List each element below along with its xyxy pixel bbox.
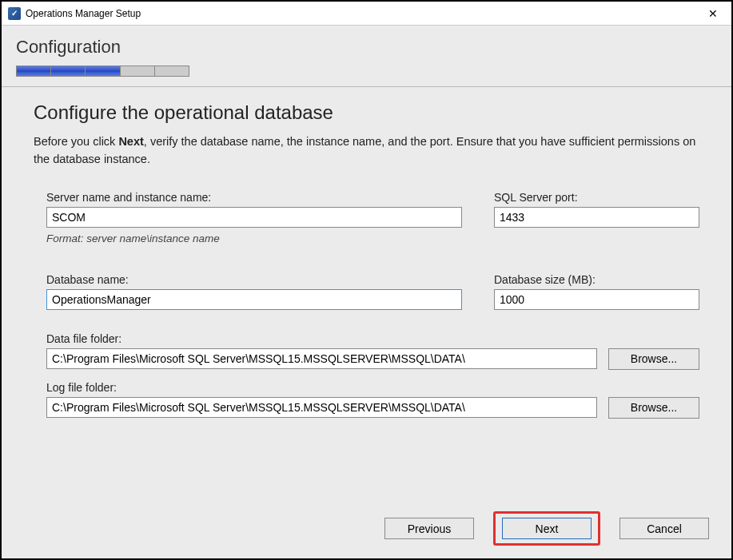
cancel-button[interactable]: Cancel: [619, 518, 709, 539]
data-folder-input[interactable]: [46, 348, 597, 369]
titlebar: Operations Manager Setup ✕: [2, 2, 731, 26]
progress-segment: [120, 66, 155, 77]
wizard-header: Configuration: [2, 26, 731, 87]
setup-window: Operations Manager Setup ✕ Configuration…: [0, 0, 733, 560]
window-title: Operations Manager Setup: [26, 8, 695, 19]
previous-button[interactable]: Previous: [384, 518, 474, 539]
row-data-folder: Browse...: [34, 348, 699, 370]
database-name-input[interactable]: [46, 289, 462, 310]
wizard-stage-label: Configuration: [16, 37, 717, 58]
progress-segment: [16, 66, 51, 77]
data-folder-label: Data file folder:: [46, 332, 699, 345]
sql-port-label: SQL Server port:: [494, 191, 699, 204]
next-highlight: Next: [493, 511, 600, 546]
next-button[interactable]: Next: [502, 518, 592, 539]
app-icon: [8, 7, 21, 20]
wizard-content: Configure the operational database Befor…: [2, 87, 731, 558]
progress-segment: [50, 66, 86, 77]
row-server-port: Server name and instance name: Format: s…: [34, 191, 699, 244]
server-format-hint: Format: server name\instance name: [46, 232, 462, 244]
progress-segment: [154, 66, 189, 77]
server-name-input[interactable]: [46, 207, 462, 228]
row-dbname-size: Database name: Database size (MB):: [34, 273, 699, 310]
wizard-footer: Previous Next Cancel: [384, 518, 709, 539]
log-folder-browse-button[interactable]: Browse...: [608, 397, 699, 419]
database-name-label: Database name:: [46, 273, 462, 286]
database-size-input[interactable]: [494, 289, 699, 310]
row-log-folder: Browse...: [34, 397, 699, 419]
page-title: Configure the operational database: [34, 101, 699, 124]
database-size-label: Database size (MB):: [494, 273, 699, 286]
data-folder-browse-button[interactable]: Browse...: [608, 348, 699, 370]
progress-segment: [85, 66, 120, 77]
page-description: Before you click Next, verify the databa…: [34, 133, 699, 169]
sql-port-input[interactable]: [494, 207, 699, 228]
close-icon[interactable]: ✕: [695, 2, 731, 26]
wizard-progress: [16, 66, 189, 77]
server-name-label: Server name and instance name:: [46, 191, 462, 204]
log-folder-input[interactable]: [46, 397, 597, 418]
log-folder-label: Log file folder:: [46, 381, 699, 394]
